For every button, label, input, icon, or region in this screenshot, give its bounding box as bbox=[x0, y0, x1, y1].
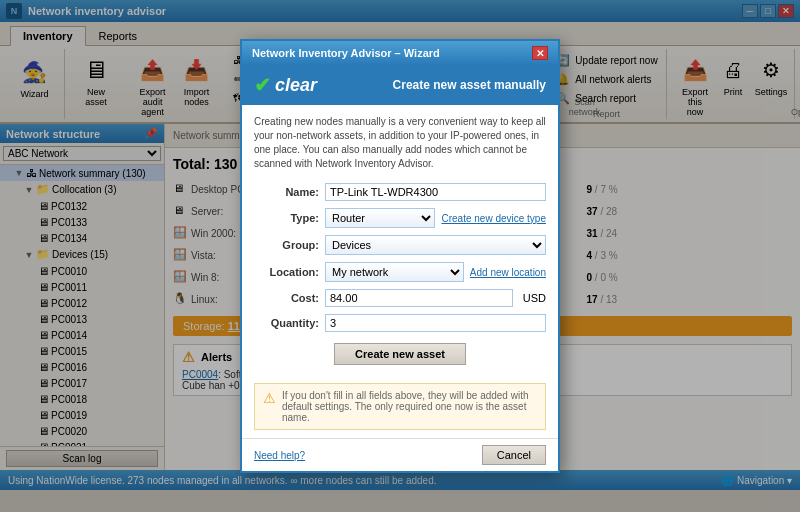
app-logo: ✔ clear bbox=[254, 73, 317, 97]
footer-note-text: If you don't fill in all fields above, t… bbox=[282, 390, 537, 423]
group-label: Group: bbox=[254, 239, 319, 251]
modal-description: Creating new nodes manually is a very co… bbox=[254, 115, 546, 171]
create-device-type-link[interactable]: Create new device type bbox=[441, 213, 546, 224]
type-select[interactable]: Router Switch Server Desktop PC bbox=[325, 208, 435, 228]
form-row-group: Group: Devices Collocation Linux Systems bbox=[254, 235, 546, 255]
modal-header: ✔ clear Create new asset manually bbox=[242, 65, 558, 105]
location-label: Location: bbox=[254, 266, 319, 278]
add-location-link[interactable]: Add new location bbox=[470, 267, 546, 278]
check-icon: ✔ bbox=[254, 73, 271, 97]
modal-title: Network Inventory Advisor – Wizard bbox=[252, 47, 440, 59]
name-label: Name: bbox=[254, 186, 319, 198]
cost-label: Cost: bbox=[254, 292, 319, 304]
logo-text: clear bbox=[275, 75, 317, 96]
footer-note: ⚠ If you don't fill in all fields above,… bbox=[254, 383, 546, 430]
type-label: Type: bbox=[254, 212, 319, 224]
modal-titlebar: Network Inventory Advisor – Wizard ✕ bbox=[242, 41, 558, 65]
warning-icon: ⚠ bbox=[263, 390, 276, 406]
modal-overlay: Network Inventory Advisor – Wizard ✕ ✔ c… bbox=[0, 0, 800, 512]
cost-input[interactable] bbox=[325, 289, 513, 307]
form-row-type: Type: Router Switch Server Desktop PC Cr… bbox=[254, 208, 546, 228]
modal-body: Creating new nodes manually is a very co… bbox=[242, 105, 558, 375]
group-select[interactable]: Devices Collocation Linux Systems bbox=[325, 235, 546, 255]
need-help-link[interactable]: Need help? bbox=[254, 450, 305, 461]
modal-form: Name: Type: Router Switch Server Desktop… bbox=[254, 183, 546, 365]
modal-bottom: Need help? Cancel bbox=[242, 438, 558, 471]
form-row-location: Location: My network Office Add new loca… bbox=[254, 262, 546, 282]
currency-label: USD bbox=[523, 292, 546, 304]
form-row-quantity: Quantity: bbox=[254, 314, 546, 332]
quantity-input[interactable] bbox=[325, 314, 546, 332]
create-asset-modal: Network Inventory Advisor – Wizard ✕ ✔ c… bbox=[240, 39, 560, 473]
form-row-cost: Cost: USD bbox=[254, 289, 546, 307]
name-input[interactable] bbox=[325, 183, 546, 201]
form-row-name: Name: bbox=[254, 183, 546, 201]
quantity-label: Quantity: bbox=[254, 317, 319, 329]
modal-header-title: Create new asset manually bbox=[393, 78, 546, 92]
cancel-button[interactable]: Cancel bbox=[482, 445, 546, 465]
create-button-container: Create new asset bbox=[254, 343, 546, 365]
modal-close-button[interactable]: ✕ bbox=[532, 46, 548, 60]
location-select[interactable]: My network Office bbox=[325, 262, 464, 282]
create-asset-button[interactable]: Create new asset bbox=[334, 343, 466, 365]
